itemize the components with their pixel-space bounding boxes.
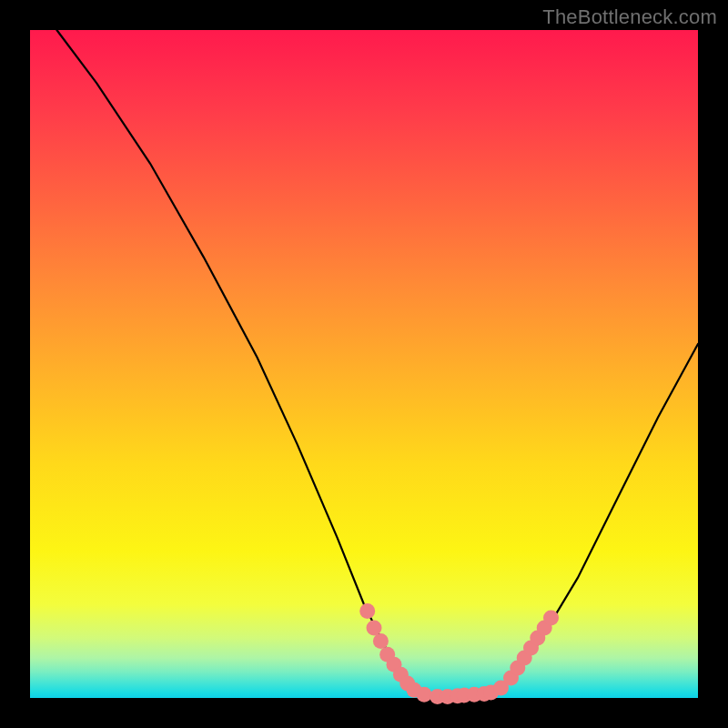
marker-dot — [359, 603, 375, 619]
bottleneck-curve — [56, 30, 698, 698]
marker-dot — [367, 620, 382, 635]
marker-dot — [417, 687, 432, 703]
marker-dots — [359, 603, 559, 704]
plot-area — [30, 30, 698, 698]
chart-svg — [30, 30, 698, 698]
marker-dot — [373, 633, 389, 649]
watermark-text: TheBottleneck.com — [542, 5, 717, 29]
chart-frame: TheBottleneck.com — [0, 0, 728, 728]
marker-dot — [543, 610, 559, 625]
